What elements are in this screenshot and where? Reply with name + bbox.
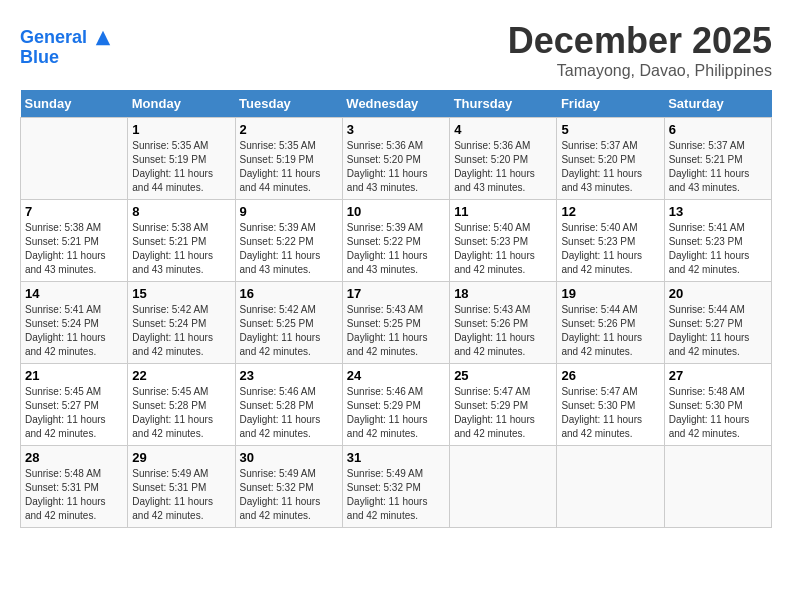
day-number: 31 [347,450,445,465]
day-number: 9 [240,204,338,219]
day-info: Sunrise: 5:43 AMSunset: 5:25 PMDaylight:… [347,303,445,359]
day-info: Sunrise: 5:42 AMSunset: 5:24 PMDaylight:… [132,303,230,359]
day-number: 19 [561,286,659,301]
day-info: Sunrise: 5:39 AMSunset: 5:22 PMDaylight:… [240,221,338,277]
day-number: 4 [454,122,552,137]
day-number: 5 [561,122,659,137]
page-title: December 2025 [508,20,772,62]
calendar-cell [557,446,664,528]
calendar-cell: 9Sunrise: 5:39 AMSunset: 5:22 PMDaylight… [235,200,342,282]
calendar-cell: 31Sunrise: 5:49 AMSunset: 5:32 PMDayligh… [342,446,449,528]
day-info: Sunrise: 5:48 AMSunset: 5:30 PMDaylight:… [669,385,767,441]
calendar-cell: 26Sunrise: 5:47 AMSunset: 5:30 PMDayligh… [557,364,664,446]
calendar-cell: 19Sunrise: 5:44 AMSunset: 5:26 PMDayligh… [557,282,664,364]
svg-marker-0 [96,31,110,45]
day-number: 2 [240,122,338,137]
day-info: Sunrise: 5:41 AMSunset: 5:24 PMDaylight:… [25,303,123,359]
day-number: 10 [347,204,445,219]
day-number: 20 [669,286,767,301]
calendar-cell: 14Sunrise: 5:41 AMSunset: 5:24 PMDayligh… [21,282,128,364]
calendar-cell: 27Sunrise: 5:48 AMSunset: 5:30 PMDayligh… [664,364,771,446]
calendar-cell: 1Sunrise: 5:35 AMSunset: 5:19 PMDaylight… [128,118,235,200]
day-number: 25 [454,368,552,383]
day-number: 29 [132,450,230,465]
day-number: 24 [347,368,445,383]
day-number: 21 [25,368,123,383]
calendar-cell [664,446,771,528]
calendar-cell: 23Sunrise: 5:46 AMSunset: 5:28 PMDayligh… [235,364,342,446]
calendar-cell: 12Sunrise: 5:40 AMSunset: 5:23 PMDayligh… [557,200,664,282]
day-number: 14 [25,286,123,301]
calendar-cell: 7Sunrise: 5:38 AMSunset: 5:21 PMDaylight… [21,200,128,282]
day-number: 11 [454,204,552,219]
day-header-friday: Friday [557,90,664,118]
day-info: Sunrise: 5:47 AMSunset: 5:29 PMDaylight:… [454,385,552,441]
day-info: Sunrise: 5:49 AMSunset: 5:32 PMDaylight:… [240,467,338,523]
day-info: Sunrise: 5:46 AMSunset: 5:29 PMDaylight:… [347,385,445,441]
day-number: 15 [132,286,230,301]
day-info: Sunrise: 5:45 AMSunset: 5:27 PMDaylight:… [25,385,123,441]
day-header-monday: Monday [128,90,235,118]
logo-text: General [20,28,112,48]
calendar-cell: 5Sunrise: 5:37 AMSunset: 5:20 PMDaylight… [557,118,664,200]
day-number: 18 [454,286,552,301]
calendar-cell: 18Sunrise: 5:43 AMSunset: 5:26 PMDayligh… [450,282,557,364]
day-number: 13 [669,204,767,219]
calendar-cell: 25Sunrise: 5:47 AMSunset: 5:29 PMDayligh… [450,364,557,446]
day-info: Sunrise: 5:44 AMSunset: 5:26 PMDaylight:… [561,303,659,359]
logo-blue-text: Blue [20,48,112,68]
day-info: Sunrise: 5:35 AMSunset: 5:19 PMDaylight:… [240,139,338,195]
day-header-tuesday: Tuesday [235,90,342,118]
day-info: Sunrise: 5:36 AMSunset: 5:20 PMDaylight:… [347,139,445,195]
logo: General Blue [20,28,112,68]
calendar-cell: 24Sunrise: 5:46 AMSunset: 5:29 PMDayligh… [342,364,449,446]
day-info: Sunrise: 5:49 AMSunset: 5:31 PMDaylight:… [132,467,230,523]
day-info: Sunrise: 5:39 AMSunset: 5:22 PMDaylight:… [347,221,445,277]
calendar-cell: 3Sunrise: 5:36 AMSunset: 5:20 PMDaylight… [342,118,449,200]
day-number: 8 [132,204,230,219]
day-info: Sunrise: 5:43 AMSunset: 5:26 PMDaylight:… [454,303,552,359]
day-info: Sunrise: 5:35 AMSunset: 5:19 PMDaylight:… [132,139,230,195]
day-header-saturday: Saturday [664,90,771,118]
day-info: Sunrise: 5:44 AMSunset: 5:27 PMDaylight:… [669,303,767,359]
calendar-cell: 15Sunrise: 5:42 AMSunset: 5:24 PMDayligh… [128,282,235,364]
day-info: Sunrise: 5:46 AMSunset: 5:28 PMDaylight:… [240,385,338,441]
day-number: 1 [132,122,230,137]
day-number: 22 [132,368,230,383]
day-info: Sunrise: 5:38 AMSunset: 5:21 PMDaylight:… [25,221,123,277]
day-header-wednesday: Wednesday [342,90,449,118]
calendar-cell [21,118,128,200]
day-number: 12 [561,204,659,219]
calendar-cell: 29Sunrise: 5:49 AMSunset: 5:31 PMDayligh… [128,446,235,528]
title-section: December 2025 Tamayong, Davao, Philippin… [508,20,772,80]
calendar-cell: 8Sunrise: 5:38 AMSunset: 5:21 PMDaylight… [128,200,235,282]
calendar-cell: 22Sunrise: 5:45 AMSunset: 5:28 PMDayligh… [128,364,235,446]
calendar-cell: 2Sunrise: 5:35 AMSunset: 5:19 PMDaylight… [235,118,342,200]
day-number: 3 [347,122,445,137]
calendar-cell: 20Sunrise: 5:44 AMSunset: 5:27 PMDayligh… [664,282,771,364]
calendar-cell: 21Sunrise: 5:45 AMSunset: 5:27 PMDayligh… [21,364,128,446]
day-number: 16 [240,286,338,301]
calendar-cell: 16Sunrise: 5:42 AMSunset: 5:25 PMDayligh… [235,282,342,364]
calendar-cell: 10Sunrise: 5:39 AMSunset: 5:22 PMDayligh… [342,200,449,282]
calendar-cell: 11Sunrise: 5:40 AMSunset: 5:23 PMDayligh… [450,200,557,282]
day-info: Sunrise: 5:49 AMSunset: 5:32 PMDaylight:… [347,467,445,523]
day-info: Sunrise: 5:37 AMSunset: 5:21 PMDaylight:… [669,139,767,195]
day-info: Sunrise: 5:41 AMSunset: 5:23 PMDaylight:… [669,221,767,277]
day-number: 27 [669,368,767,383]
calendar-cell: 17Sunrise: 5:43 AMSunset: 5:25 PMDayligh… [342,282,449,364]
calendar-cell: 4Sunrise: 5:36 AMSunset: 5:20 PMDaylight… [450,118,557,200]
day-header-sunday: Sunday [21,90,128,118]
day-info: Sunrise: 5:37 AMSunset: 5:20 PMDaylight:… [561,139,659,195]
day-number: 23 [240,368,338,383]
day-info: Sunrise: 5:45 AMSunset: 5:28 PMDaylight:… [132,385,230,441]
calendar-cell [450,446,557,528]
day-info: Sunrise: 5:38 AMSunset: 5:21 PMDaylight:… [132,221,230,277]
day-info: Sunrise: 5:48 AMSunset: 5:31 PMDaylight:… [25,467,123,523]
calendar-cell: 13Sunrise: 5:41 AMSunset: 5:23 PMDayligh… [664,200,771,282]
day-number: 17 [347,286,445,301]
calendar-cell: 28Sunrise: 5:48 AMSunset: 5:31 PMDayligh… [21,446,128,528]
day-info: Sunrise: 5:47 AMSunset: 5:30 PMDaylight:… [561,385,659,441]
day-number: 30 [240,450,338,465]
day-info: Sunrise: 5:42 AMSunset: 5:25 PMDaylight:… [240,303,338,359]
